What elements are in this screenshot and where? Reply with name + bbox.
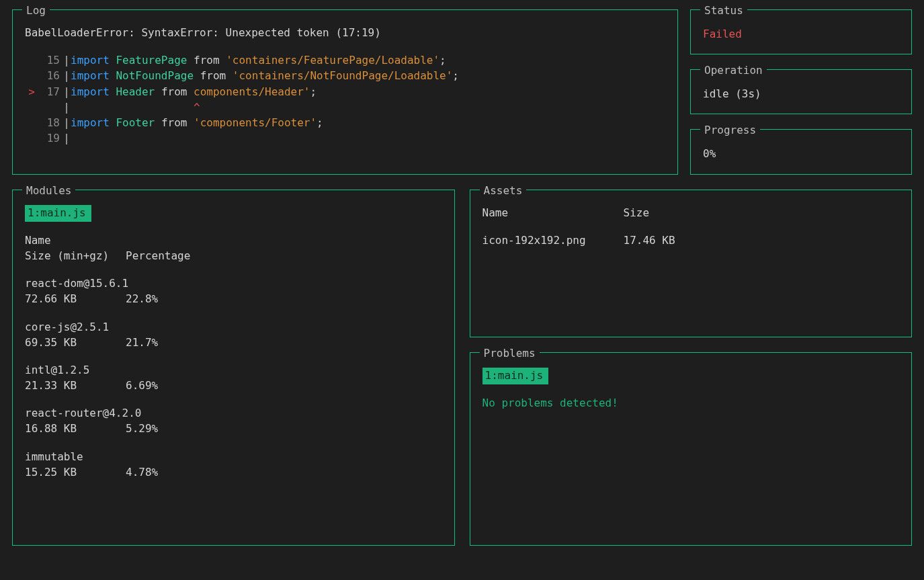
assets-column-headings: Name Size <box>482 205 900 220</box>
code-line: 16|import NotFoundPage from 'containers/… <box>25 68 665 83</box>
problems-message: No problems detected! <box>482 395 900 411</box>
module-item: core-js@2.5.169.35 KB21.7% <box>25 319 442 350</box>
problems-panel: Problems 1:main.js No problems detected! <box>470 352 913 546</box>
gutter-pipe: | <box>62 52 71 68</box>
code-content: import Header from components/Header'; <box>71 84 665 99</box>
modules-col-size: Size (min+gz) <box>25 248 126 263</box>
status-legend: Status <box>700 3 747 18</box>
assets-col-size: Size <box>624 205 900 220</box>
progress-panel: Progress 0% <box>690 129 912 174</box>
assets-col-name: Name <box>482 205 624 220</box>
module-item: immutable15.25 KB4.78% <box>25 449 442 480</box>
module-item: react-dom@15.6.172.66 KB22.8% <box>25 276 442 306</box>
modules-col-name: Name <box>25 233 442 248</box>
module-size: 16.88 KB <box>25 421 126 436</box>
modules-badge: 1:main.js <box>25 205 91 222</box>
line-number: 17 <box>38 84 62 99</box>
log-error-header: BabelLoaderError: SyntaxError: Unexpecte… <box>25 25 665 40</box>
log-panel: Log BabelLoaderError: SyntaxError: Unexp… <box>12 9 678 175</box>
module-name: react-dom@15.6.1 <box>25 276 442 291</box>
status-column: Status Failed Operation idle (3s) Progre… <box>690 9 912 175</box>
status-value: Failed <box>703 19 899 42</box>
asset-size: 17.46 KB <box>624 233 900 248</box>
module-size: 72.66 KB <box>25 291 126 306</box>
modules-legend: Modules <box>22 183 75 198</box>
gutter-pipe: | <box>62 130 71 146</box>
problems-badge: 1:main.js <box>482 368 549 384</box>
modules-list: react-dom@15.6.172.66 KB22.8%core-js@2.5… <box>25 276 442 480</box>
modules-column-headings: Name Size (min+gz) Percentage <box>25 233 442 263</box>
operation-panel: Operation idle (3s) <box>690 69 912 114</box>
module-name: react-router@4.2.0 <box>25 405 442 421</box>
assets-list: icon-192x192.png17.46 KB <box>482 233 900 248</box>
module-name: immutable <box>25 449 442 464</box>
asset-item: icon-192x192.png17.46 KB <box>482 233 900 248</box>
progress-legend: Progress <box>700 122 760 138</box>
module-percentage: 22.8% <box>126 291 206 306</box>
gutter-pipe: | <box>62 115 71 130</box>
module-size: 21.33 KB <box>25 378 126 393</box>
error-marker-icon: > <box>25 84 38 99</box>
asset-name: icon-192x192.png <box>482 233 624 248</box>
code-content: import Footer from 'components/Footer'; <box>71 115 665 130</box>
line-number: 18 <box>38 115 62 130</box>
log-legend: Log <box>22 3 50 18</box>
log-code-block: 15|import FeaturePage from 'containers/F… <box>25 52 665 146</box>
code-content: import NotFoundPage from 'containers/Not… <box>71 68 665 83</box>
modules-panel: Modules 1:main.js Name Size (min+gz) Per… <box>12 190 455 546</box>
line-number: 15 <box>38 52 62 68</box>
module-percentage: 4.78% <box>126 464 206 480</box>
module-item: intl@1.2.521.33 KB6.69% <box>25 362 442 393</box>
module-name: core-js@2.5.1 <box>25 319 442 335</box>
assets-panel: Assets Name Size icon-192x192.png17.46 K… <box>470 190 913 337</box>
code-line: 18|import Footer from 'components/Footer… <box>25 115 665 130</box>
module-percentage: 21.7% <box>126 335 206 350</box>
module-percentage: 6.69% <box>126 378 206 393</box>
caret-icon: ^ <box>194 99 200 115</box>
code-line: 19| <box>25 130 665 146</box>
assets-legend: Assets <box>480 183 527 198</box>
status-panel: Status Failed <box>690 9 912 54</box>
code-line: 15|import FeaturePage from 'containers/F… <box>25 52 665 68</box>
module-size: 69.35 KB <box>25 335 126 350</box>
module-size: 15.25 KB <box>25 464 126 480</box>
modules-col-pct: Percentage <box>126 248 206 263</box>
gutter-pipe: | <box>62 84 71 99</box>
gutter-pipe: | <box>62 68 71 83</box>
operation-legend: Operation <box>700 63 767 78</box>
module-name: intl@1.2.5 <box>25 362 442 378</box>
module-item: react-router@4.2.016.88 KB5.29% <box>25 405 442 436</box>
line-number: 16 <box>38 68 62 83</box>
problems-legend: Problems <box>480 345 540 361</box>
code-content: import FeaturePage from 'containers/Feat… <box>71 52 665 68</box>
operation-value: idle (3s) <box>703 79 899 101</box>
caret-line: | ^ <box>25 99 665 115</box>
progress-value: 0% <box>703 139 899 161</box>
line-number: 19 <box>38 130 62 146</box>
code-line: >17|import Header from components/Header… <box>25 84 665 99</box>
module-percentage: 5.29% <box>126 421 206 436</box>
